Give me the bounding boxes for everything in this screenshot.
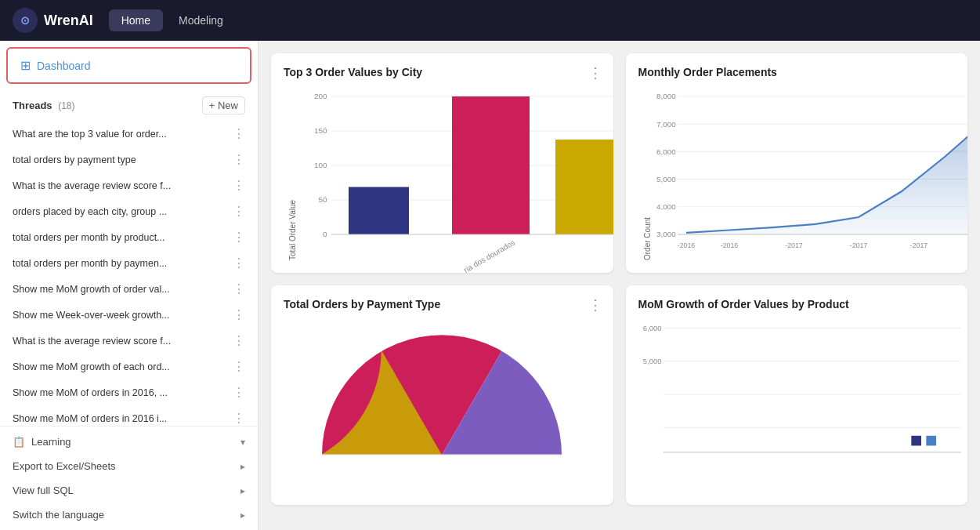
thread-item[interactable]: Show me MoM of orders in 2016 i...⋮: [0, 405, 258, 426]
thread-item[interactable]: Show me MoM growth of order val...⋮: [0, 276, 258, 302]
svg-text:200: 200: [314, 92, 327, 100]
thread-item-menu[interactable]: ⋮: [233, 281, 245, 296]
chart-payment-menu[interactable]: ⋮: [588, 296, 602, 314]
bar-chart-svg: 200 150 100 50 0 ria dos dourados: [297, 88, 613, 260]
svg-rect-10: [349, 187, 409, 235]
svg-text:3,000: 3,000: [656, 230, 676, 238]
tab-modeling[interactable]: Modeling: [166, 9, 236, 31]
dashboard-item[interactable]: ⊞ Dashboard: [6, 47, 251, 84]
svg-text:-2016: -2016: [677, 241, 695, 249]
main-content: Top 3 Order Values by City ⋮ Total Order…: [259, 41, 980, 530]
top-navigation: ⊙ WrenAI Home Modeling: [0, 0, 980, 41]
chart-mom-title: MoM Growth of Order Values by Product: [638, 298, 956, 310]
svg-text:-2017: -2017: [849, 241, 867, 249]
thread-item-menu[interactable]: ⋮: [233, 126, 245, 141]
chart-monthly-orders: Monthly Order Placements Order Count 8,0…: [626, 53, 968, 273]
thread-item-menu[interactable]: ⋮: [233, 385, 245, 400]
svg-rect-44: [926, 436, 936, 446]
view-sql-label: View full SQL: [13, 485, 74, 496]
thread-item-menu[interactable]: ⋮: [233, 359, 245, 374]
mom-chart-svg: 6,000 5,000: [638, 320, 968, 469]
tab-home[interactable]: Home: [109, 9, 163, 31]
chart-top3-menu[interactable]: ⋮: [588, 64, 602, 82]
export-label: Export to Excel/Sheets: [13, 460, 116, 472]
thread-item[interactable]: orders placed by each city, group ...⋮: [0, 198, 258, 224]
svg-text:6,000: 6,000: [642, 324, 661, 332]
thread-item-menu[interactable]: ⋮: [233, 333, 245, 348]
svg-text:50: 50: [318, 195, 327, 204]
thread-item[interactable]: Show me MoM of orders in 2016, ...⋮: [0, 379, 258, 405]
threads-title: Threads: [13, 100, 52, 111]
thread-item-menu[interactable]: ⋮: [233, 204, 245, 219]
thread-item-menu[interactable]: ⋮: [233, 256, 245, 270]
chevron-right-icon-sql: ▸: [240, 485, 245, 496]
sidebar-footer: 📋 Learning ▾ Export to Excel/Sheets ▸ Vi…: [0, 426, 258, 530]
thread-text: What are the top 3 value for order...: [13, 129, 230, 140]
thread-text: Show me MoM growth of each ord...: [13, 361, 230, 372]
chart-monthly-title: Monthly Order Placements: [638, 66, 956, 78]
logo-icon: ⊙: [13, 8, 38, 33]
line-chart-svg: 8,000 7,000 6,000 5,000 4,000 3,000: [652, 88, 968, 260]
threads-title-area: Threads (18): [13, 100, 75, 111]
learning-icon: 📋: [13, 436, 25, 448]
chevron-down-icon: ▾: [240, 437, 245, 448]
dashboard-label: Dashboard: [37, 60, 91, 72]
footer-view-sql[interactable]: View full SQL ▸: [0, 478, 258, 503]
chart-top3-title: Top 3 Order Values by City: [284, 66, 601, 78]
svg-text:-2016: -2016: [720, 241, 738, 249]
dashboard-icon: ⊞: [20, 58, 31, 73]
chart-top3-orders: Top 3 Order Values by City ⋮ Total Order…: [271, 53, 613, 273]
svg-rect-11: [452, 96, 530, 234]
thread-item-menu[interactable]: ⋮: [233, 152, 245, 167]
thread-text: What is the average review score f...: [13, 336, 230, 347]
new-thread-button[interactable]: + New: [202, 96, 245, 114]
footer-learning[interactable]: 📋 Learning ▾: [0, 430, 258, 454]
svg-text:4,000: 4,000: [656, 202, 676, 211]
thread-item[interactable]: total orders per month by paymen...⋮: [0, 250, 258, 276]
svg-text:ria dos dourados: ria dos dourados: [462, 238, 516, 273]
app-layout: ⊞ Dashboard Threads (18) + New What are …: [0, 41, 980, 530]
thread-item[interactable]: Show me MoM growth of each ord...⋮: [0, 354, 258, 379]
thread-text: Show me MoM of orders in 2016 i...: [13, 413, 230, 424]
app-name: WrenAI: [44, 13, 93, 29]
svg-rect-34: [309, 455, 575, 469]
thread-item[interactable]: What is the average review score f...⋮: [0, 328, 258, 354]
thread-text: orders placed by each city, group ...: [13, 206, 230, 217]
footer-export[interactable]: Export to Excel/Sheets ▸: [0, 454, 258, 478]
switch-language-label: Switch the language: [13, 509, 104, 521]
thread-text: total orders by payment type: [13, 154, 230, 165]
svg-rect-43: [911, 436, 921, 446]
thread-text: Show me MoM of orders in 2016, ...: [13, 387, 230, 398]
pie-chart-svg: [309, 320, 575, 469]
thread-text: total orders per month by paymen...: [13, 258, 230, 269]
svg-text:0: 0: [323, 230, 327, 238]
thread-item[interactable]: What are the top 3 value for order...⋮: [0, 121, 258, 147]
svg-text:150: 150: [314, 126, 327, 135]
thread-item[interactable]: What is the average review score f...⋮: [0, 172, 258, 198]
svg-text:7,000: 7,000: [656, 120, 676, 129]
threads-count: (18): [58, 100, 74, 111]
chart-payment-type: Total Orders by Payment Type ⋮: [271, 285, 613, 505]
thread-item-menu[interactable]: ⋮: [233, 178, 245, 193]
svg-text:100: 100: [314, 161, 327, 169]
footer-switch-language[interactable]: Switch the language ▸: [0, 503, 258, 527]
svg-rect-12: [555, 140, 613, 234]
chevron-right-icon-lang: ▸: [240, 510, 245, 521]
chart-payment-title: Total Orders by Payment Type: [284, 298, 601, 310]
thread-item-menu[interactable]: ⋮: [233, 411, 245, 426]
thread-item[interactable]: total orders by payment type⋮: [0, 147, 258, 172]
y-axis-label-top3: Total Order Value: [284, 88, 297, 260]
thread-item-menu[interactable]: ⋮: [233, 307, 245, 322]
svg-text:-2017: -2017: [785, 241, 803, 249]
thread-item[interactable]: Show me Week-over-week growth...⋮: [0, 302, 258, 328]
learning-label: Learning: [31, 436, 71, 448]
svg-text:8,000: 8,000: [656, 92, 676, 100]
svg-text:6,000: 6,000: [656, 147, 676, 156]
svg-text:5,000: 5,000: [656, 175, 676, 183]
thread-text: Show me MoM growth of order val...: [13, 284, 230, 295]
thread-item-menu[interactable]: ⋮: [233, 230, 245, 245]
thread-list: What are the top 3 value for order...⋮to…: [0, 121, 258, 426]
logo: ⊙ WrenAI: [13, 8, 93, 33]
chevron-right-icon-export: ▸: [240, 461, 245, 472]
thread-item[interactable]: total orders per month by product...⋮: [0, 224, 258, 250]
